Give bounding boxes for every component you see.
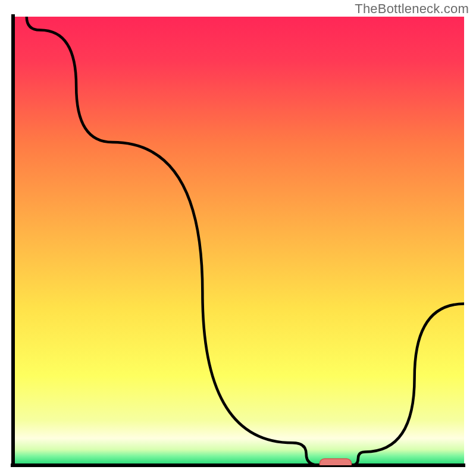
optimal-marker [320,459,351,469]
bottleneck-chart [0,0,476,476]
gradient-background [13,17,464,465]
